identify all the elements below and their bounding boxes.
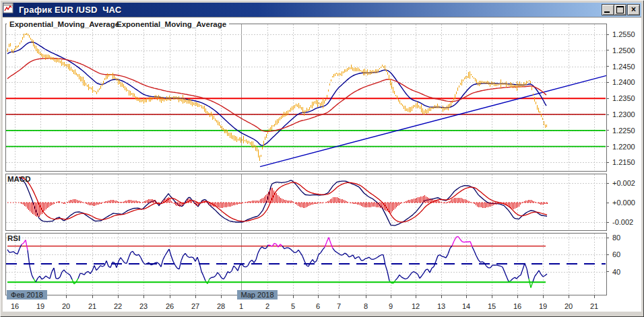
date-axis-label: 21 [88, 302, 96, 310]
app-window: { "window": { "title": "График EUR /USD … [0, 0, 644, 317]
date-axis-label: 23 [139, 302, 148, 310]
main-panel-border [6, 24, 607, 172]
date-axis-label: 16 [11, 302, 19, 310]
chart-canvas[interactable]: 1.25501.25001.24501.24001.23501.23001.22… [0, 0, 644, 317]
macd-panel-border [6, 174, 607, 231]
date-axis-label: 21 [590, 302, 598, 310]
date-axis-label: 2 [265, 302, 269, 310]
date-axis-label: 22 [114, 302, 122, 310]
date-axis-label: 16 [513, 302, 521, 310]
price-axis-label: 1.2550 [612, 30, 635, 38]
date-axis-label: 9 [389, 302, 393, 310]
price-axis-label: 1.2200 [612, 143, 635, 151]
date-axis-label: 12 [412, 302, 420, 310]
date-axis-label: 28 [217, 302, 225, 310]
macd-axis-label: +0.002 [612, 179, 635, 187]
date-axis-label: 27 [191, 302, 199, 310]
price-axis-label: 1.2500 [612, 46, 635, 55]
macd-panel [7, 177, 547, 225]
rsi-axis-label: 40 [612, 268, 620, 276]
macd-axis-label: -0.002 [612, 218, 633, 226]
macd-axis-label: +0.000 [612, 199, 635, 207]
date-axis-label: 20 [565, 302, 573, 310]
price-axis-label: 1.2300 [612, 110, 635, 118]
date-axis-label: 5 [291, 302, 295, 310]
axes: 1.25501.25001.24501.24001.23501.23001.22… [11, 30, 635, 310]
date-axis-label: 19 [539, 302, 547, 310]
price-axis-label: 1.2350 [612, 94, 635, 102]
rsi-line [7, 236, 547, 287]
price-axis-label: 1.2450 [612, 63, 635, 71]
date-axis-label: 1 [239, 302, 243, 310]
date-axis-label: 7 [337, 302, 341, 310]
macd-histogram [21, 188, 548, 217]
date-axis-label: 20 [62, 302, 70, 310]
month-badge-label: Фев 2018 [11, 291, 43, 299]
rsi-axis-label: 60 [612, 250, 620, 258]
date-axis-label: 8 [364, 302, 368, 310]
price-axis-label: 1.2150 [612, 158, 635, 166]
trend-line [260, 75, 606, 166]
legend-ema-fast: Exponential_Moving_Average [9, 20, 119, 28]
rsi-panel-label: RSI [7, 234, 20, 242]
date-axis-label: 14 [462, 302, 470, 310]
price-axis-label: 1.2250 [612, 127, 635, 135]
price-axis-label: 1.2400 [612, 78, 635, 86]
panel-grids [6, 24, 606, 294]
month-badge-label: Мар 2018 [240, 291, 273, 299]
date-axis-label: 13 [437, 302, 445, 310]
date-axis-label: 26 [166, 302, 174, 310]
price-panel [6, 42, 606, 167]
legend-ema-slow: Exponential_Moving_Average [117, 20, 226, 28]
date-axis-label: 19 [36, 302, 44, 310]
date-axis-label: 15 [488, 302, 496, 310]
rsi-axis-label: 80 [612, 234, 620, 242]
macd-panel-label: MACD [7, 175, 31, 183]
date-axis-label: 6 [316, 302, 320, 310]
